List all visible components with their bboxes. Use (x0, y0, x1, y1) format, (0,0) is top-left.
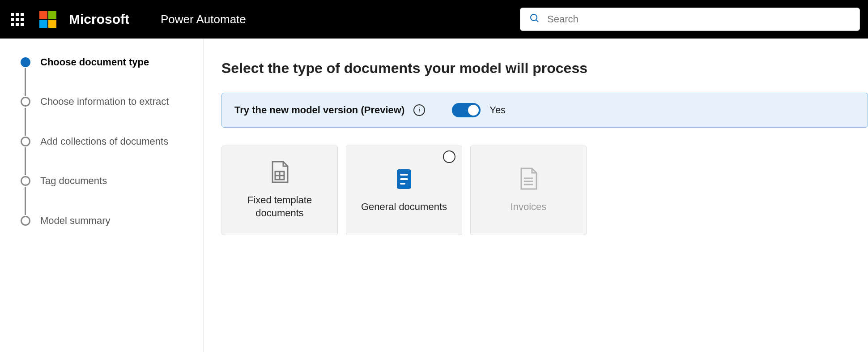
page-title: Select the type of documents your model … (221, 60, 868, 77)
preview-toggle[interactable] (452, 103, 481, 117)
step-connector (25, 147, 26, 175)
search-box[interactable] (520, 8, 860, 31)
step-connector (25, 108, 26, 136)
product-name: Power Automate (161, 13, 246, 26)
app-launcher-icon[interactable] (8, 10, 26, 28)
preview-banner-text: Try the new model version (Preview) (234, 104, 404, 116)
step-tag-documents[interactable]: Tag documents (21, 175, 190, 187)
step-label: Add collections of documents (40, 136, 168, 147)
step-label: Tag documents (40, 175, 107, 187)
card-invoices[interactable]: Invoices (470, 146, 587, 235)
step-add-collections[interactable]: Add collections of documents (21, 136, 190, 147)
brand-name: Microsoft (69, 12, 129, 27)
svg-line-1 (536, 20, 538, 22)
preview-toggle-label: Yes (489, 104, 506, 116)
svg-rect-8 (400, 183, 405, 185)
card-label: Invoices (502, 201, 555, 214)
step-model-summary[interactable]: Model summary (21, 215, 190, 227)
step-dot-icon (21, 216, 30, 226)
step-label: Choose document type (40, 56, 149, 68)
wizard-steps: Choose document type Choose information … (21, 56, 190, 227)
document-type-cards: Fixed template documents General documen… (221, 146, 868, 235)
svg-rect-6 (400, 174, 408, 176)
step-dot-icon (21, 57, 30, 67)
template-doc-icon (270, 161, 289, 186)
step-connector (25, 68, 26, 96)
card-label: General documents (353, 201, 455, 214)
step-dot-icon (21, 97, 30, 107)
step-label: Choose information to extract (40, 96, 169, 107)
svg-point-0 (531, 14, 537, 21)
step-dot-icon (21, 176, 30, 186)
step-connector (25, 187, 26, 215)
info-icon[interactable]: i (413, 104, 425, 116)
card-fixed-template[interactable]: Fixed template documents (221, 146, 338, 235)
microsoft-logo-icon (39, 11, 56, 28)
preview-banner: Try the new model version (Preview) i Ye… (221, 93, 868, 128)
wizard-sidebar: Choose document type Choose information … (0, 39, 204, 352)
step-label: Model summary (40, 215, 110, 227)
toggle-knob-icon (468, 105, 479, 116)
main-panel: Select the type of documents your model … (204, 39, 868, 352)
step-choose-document-type[interactable]: Choose document type (21, 56, 190, 68)
invoice-doc-icon (519, 167, 538, 193)
top-header: Microsoft Power Automate (0, 0, 868, 39)
general-doc-icon (394, 167, 414, 193)
step-choose-information[interactable]: Choose information to extract (21, 96, 190, 107)
card-radio-icon (443, 150, 455, 163)
step-dot-icon (21, 137, 30, 146)
card-general-documents[interactable]: General documents (346, 146, 462, 235)
search-icon (529, 13, 540, 26)
search-input[interactable] (547, 13, 851, 25)
svg-rect-7 (400, 178, 408, 180)
card-label: Fixed template documents (222, 194, 337, 219)
